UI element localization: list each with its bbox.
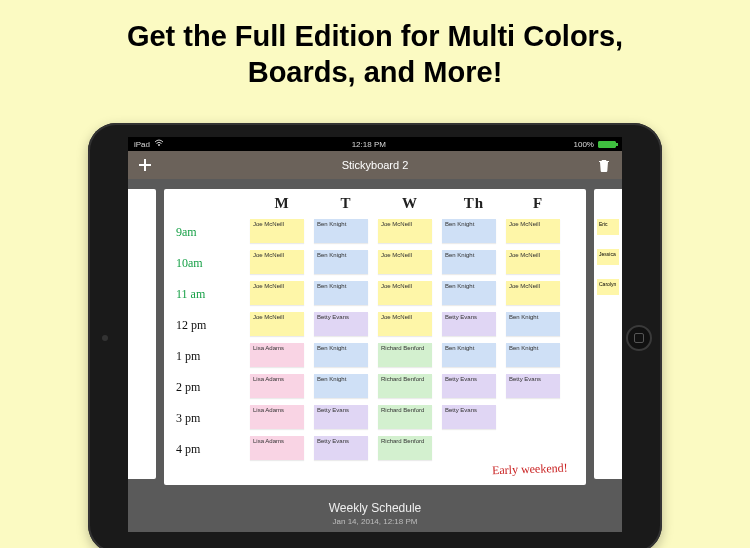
sticky-note[interactable]: Betty Evans	[314, 312, 368, 336]
ipad-frame: iPad 12:18 PM 100% Stickyboard 2 EricJes…	[88, 123, 662, 548]
time-labels: 9am10am11 am12 pm1 pm2 pm3 pm4 pm	[176, 223, 206, 458]
ipad-screen: iPad 12:18 PM 100% Stickyboard 2 EricJes…	[128, 137, 622, 532]
sticky-note[interactable]: Richard Benford	[378, 343, 432, 367]
sticky-note[interactable]: Ben Knight	[314, 281, 368, 305]
ipad-home-button[interactable]	[626, 325, 652, 351]
board-title: Weekly Schedule	[128, 501, 622, 515]
sticky-note-peek[interactable]: Jessica	[597, 249, 619, 265]
sticky-note[interactable]: Ben Knight	[442, 219, 496, 243]
sticky-note-peek[interactable]: Carolyn	[597, 279, 619, 295]
app-toolbar: Stickyboard 2	[128, 151, 622, 179]
sticky-note[interactable]: Joe McNeill	[378, 219, 432, 243]
sticky-note[interactable]: Joe McNeill	[250, 312, 304, 336]
sticky-note[interactable]: Joe McNeill	[506, 281, 560, 305]
sticky-note[interactable]: Lisa Adams	[250, 436, 304, 460]
board-date: Jan 14, 2014, 12:18 PM	[128, 517, 622, 526]
day-header: Th	[456, 195, 492, 212]
handwriting-note: Early weekend!	[492, 462, 568, 477]
sticky-note[interactable]: Ben Knight	[314, 374, 368, 398]
sticky-note[interactable]: Ben Knight	[442, 281, 496, 305]
ios-status-bar: iPad 12:18 PM 100%	[128, 137, 622, 151]
time-label: 11 am	[176, 285, 206, 303]
status-battery-pct: 100%	[574, 140, 594, 149]
sticky-note[interactable]: Ben Knight	[314, 343, 368, 367]
sticky-note[interactable]: Joe McNeill	[378, 281, 432, 305]
promo-headline: Get the Full Edition for Multi Colors, B…	[0, 0, 750, 91]
sticky-note[interactable]: Betty Evans	[314, 436, 368, 460]
sticky-note[interactable]: Joe McNeill	[378, 250, 432, 274]
whiteboard[interactable]: MTWThF 9am10am11 am12 pm1 pm2 pm3 pm4 pm…	[164, 189, 586, 485]
wifi-icon	[154, 139, 164, 149]
sticky-note[interactable]: Joe McNeill	[506, 250, 560, 274]
sticky-note[interactable]: Richard Benford	[378, 374, 432, 398]
headline-line2: Boards, and More!	[40, 54, 710, 90]
sticky-note-peek[interactable]: Eric	[597, 219, 619, 235]
time-label: 1 pm	[176, 347, 206, 365]
sticky-note[interactable]: Ben Knight	[506, 312, 560, 336]
sticky-note[interactable]: Joe McNeill	[250, 250, 304, 274]
app-title: Stickyboard 2	[152, 159, 598, 171]
sticky-note[interactable]: Betty Evans	[442, 405, 496, 429]
sticky-note[interactable]: Ben Knight	[442, 343, 496, 367]
status-device: iPad	[134, 140, 150, 149]
empty-slot	[506, 405, 560, 429]
sticky-note[interactable]: Betty Evans	[506, 374, 560, 398]
sticky-note[interactable]: Lisa Adams	[250, 374, 304, 398]
time-label: 2 pm	[176, 378, 206, 396]
prev-board-peek[interactable]	[128, 189, 156, 479]
time-label: 9am	[176, 223, 206, 241]
sticky-note[interactable]: Lisa Adams	[250, 343, 304, 367]
empty-slot	[442, 436, 496, 460]
sticky-note[interactable]: Ben Knight	[442, 250, 496, 274]
sticky-note[interactable]: Betty Evans	[442, 312, 496, 336]
day-header: M	[264, 195, 300, 212]
empty-slot	[506, 436, 560, 460]
board-footer: Weekly Schedule Jan 14, 2014, 12:18 PM	[128, 501, 622, 526]
sticky-note[interactable]: Ben Knight	[314, 250, 368, 274]
sticky-note[interactable]: Lisa Adams	[250, 405, 304, 429]
sticky-note[interactable]: Richard Benford	[378, 436, 432, 460]
sticky-note[interactable]: Betty Evans	[442, 374, 496, 398]
sticky-note[interactable]: Joe McNeill	[250, 281, 304, 305]
board-viewer[interactable]: EricJessicaCarolyn MTWThF 9am10am11 am12…	[128, 179, 622, 532]
sticky-note[interactable]: Ben Knight	[506, 343, 560, 367]
sticky-note[interactable]: Ben Knight	[314, 219, 368, 243]
sticky-note[interactable]: Joe McNeill	[378, 312, 432, 336]
sticky-note[interactable]: Joe McNeill	[250, 219, 304, 243]
battery-icon	[598, 141, 616, 148]
sticky-note[interactable]: Richard Benford	[378, 405, 432, 429]
svg-point-0	[158, 144, 160, 146]
add-board-button[interactable]	[138, 158, 152, 172]
headline-line1: Get the Full Edition for Multi Colors,	[40, 18, 710, 54]
day-headers: MTWThF	[264, 195, 556, 212]
status-time: 12:18 PM	[352, 140, 386, 149]
time-label: 3 pm	[176, 409, 206, 427]
ipad-camera	[102, 335, 108, 341]
day-header: W	[392, 195, 428, 212]
sticky-note[interactable]: Joe McNeill	[506, 219, 560, 243]
sticky-note[interactable]: Betty Evans	[314, 405, 368, 429]
time-label: 10am	[176, 254, 206, 272]
time-label: 12 pm	[176, 316, 206, 334]
next-board-peek[interactable]: EricJessicaCarolyn	[594, 189, 622, 479]
day-header: F	[520, 195, 556, 212]
time-label: 4 pm	[176, 440, 206, 458]
sticky-grid: Joe McNeillBen KnightJoe McNeillBen Knig…	[250, 219, 560, 460]
delete-button[interactable]	[598, 158, 612, 172]
day-header: T	[328, 195, 364, 212]
